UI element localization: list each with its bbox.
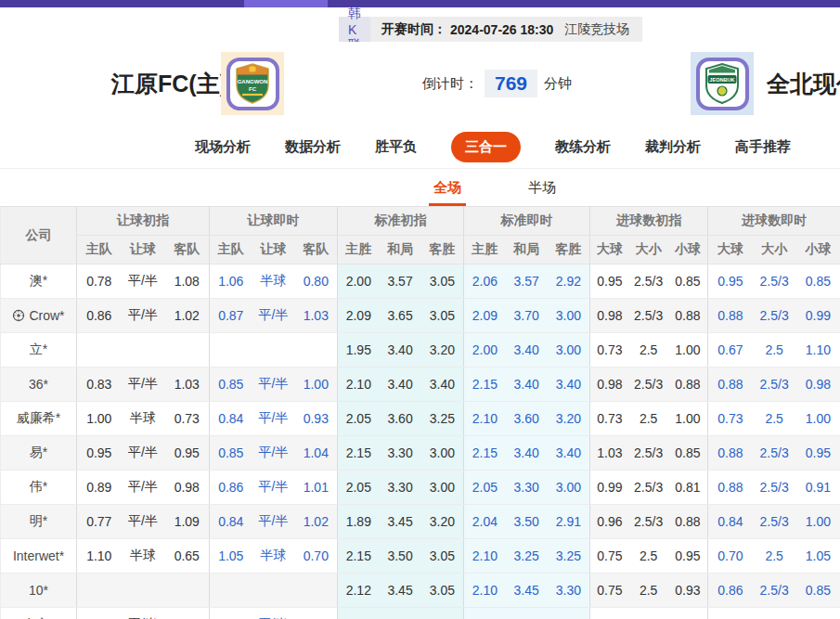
nav-tab-0[interactable]: 现场分析 (195, 138, 251, 156)
nav-tab-1[interactable]: 数据分析 (285, 138, 341, 156)
odds-cell: 1.02 (165, 299, 210, 333)
odds-cell (122, 333, 165, 368)
nav-tab-4[interactable]: 教练分析 (555, 138, 611, 156)
odds-cell: 0.85 (210, 368, 252, 402)
company-cell[interactable]: Crow* (1, 299, 77, 333)
odds-cell: 3.70 (506, 608, 548, 619)
odds-cell: 2.15 (464, 368, 506, 402)
odds-cell: 0.77 (77, 505, 122, 539)
odds-cell: 2.10 (338, 368, 380, 402)
odds-cell: 2.5 (753, 402, 796, 436)
odds-cell: 2.10 (464, 574, 506, 608)
odds-cell: 2.09 (464, 299, 506, 333)
odds-cell: 1.00 (668, 402, 708, 436)
odds-cell (252, 333, 295, 368)
odds-cell: 2.04 (464, 505, 506, 539)
odds-cell: 3.65 (380, 299, 421, 333)
odds-cell: 平/半 (122, 505, 165, 539)
odds-cell: 2.5/3 (753, 368, 796, 402)
col-subheader: 客胜 (548, 236, 590, 264)
odds-cell: 0.99 (590, 471, 629, 505)
company-cell[interactable]: 明* (1, 505, 77, 539)
company-cell[interactable]: 10* (1, 574, 77, 608)
odds-cell: 2.10 (464, 402, 506, 436)
odds-cell: 1.04 (295, 436, 338, 471)
away-team-name: 全北现代 (767, 69, 840, 99)
col-group-header-1: 让球即时 (210, 207, 338, 236)
odds-cell: 0.88 (708, 368, 753, 402)
odds-cell (165, 574, 210, 608)
odds-cell: 0.95 (668, 539, 708, 574)
odds-cell: 0.95 (165, 436, 210, 471)
odds-cell: 1.10 (77, 539, 122, 574)
odds-cell: 3.00 (421, 436, 464, 471)
table-row: Interwet*1.10半球0.651.05半球0.702.153.503.0… (1, 539, 840, 574)
odds-cell: 3.57 (380, 264, 421, 299)
odds-cell: 1.89 (338, 505, 380, 539)
odds-cell: 平/半 (252, 368, 295, 402)
odds-cell: 0.84 (708, 505, 753, 539)
odds-cell: 0.89 (668, 608, 708, 619)
odds-cell: 0.96 (590, 505, 629, 539)
odds-cell (122, 574, 165, 608)
odds-cell: 平/半 (252, 436, 295, 471)
company-cell[interactable]: 金宝* (1, 608, 77, 619)
company-cell[interactable]: 易* (1, 436, 77, 471)
odds-cell: 1.95 (338, 333, 380, 368)
nav-tab-6[interactable]: 高手推荐 (735, 138, 791, 156)
odds-cell: 2.09 (338, 299, 380, 333)
odds-cell: 3.20 (548, 402, 590, 436)
company-cell[interactable]: 威廉希* (1, 402, 77, 436)
col-subheader: 小球 (668, 236, 708, 264)
top-progress-indicator[interactable] (244, 0, 328, 7)
odds-cell: 3.00 (421, 471, 464, 505)
company-cell[interactable]: 伟* (1, 471, 77, 505)
odds-cell (210, 574, 252, 608)
odds-cell: 2.5/3 (753, 299, 796, 333)
odds-cell: 0.93 (668, 574, 708, 608)
table-row: 伟*0.89平/半0.980.86平/半1.012.053.303.002.05… (1, 471, 840, 505)
company-cell[interactable]: 澳* (1, 264, 77, 299)
odds-cell: 2.5/3 (629, 299, 668, 333)
league-badge[interactable]: 韩K联 (339, 17, 370, 42)
odds-cell: 3.05 (421, 574, 464, 608)
company-cell[interactable]: 立* (1, 333, 77, 368)
odds-cell: 3.70 (506, 299, 548, 333)
odds-cell: 2.05 (338, 402, 380, 436)
table-row: 澳*0.78平/半1.081.06半球0.802.003.573.052.063… (1, 264, 840, 299)
odds-cell: 半球 (122, 402, 165, 436)
jeonbuk-crest-icon: JEONBUK (703, 63, 742, 104)
odds-cell: 3.20 (421, 505, 464, 539)
odds-table-header: 公司让球初指让球即时标准初指标准即时进球数初指进球数即时主队让球客队主队让球客队… (1, 207, 840, 264)
odds-cell: 1.05 (796, 539, 840, 574)
col-subheader: 让球 (252, 236, 295, 264)
nav-tab-3[interactable]: 三合一 (451, 132, 521, 162)
odds-cell: 0.75 (590, 574, 629, 608)
company-cell[interactable]: 36* (1, 368, 77, 402)
odds-cell: 3.40 (421, 368, 464, 402)
odds-cell: 0.86 (210, 471, 252, 505)
company-cell[interactable]: Interwet* (1, 539, 77, 574)
odds-cell: 3.60 (506, 402, 548, 436)
tab-half-match[interactable]: 半场 (523, 179, 561, 206)
home-team-logo: GANGWON FC (221, 52, 284, 115)
odds-cell: 2.5/3 (753, 471, 796, 505)
kickoff-label: 开赛时间： (381, 21, 446, 38)
col-header-company: 公司 (1, 207, 77, 264)
tab-full-match[interactable]: 全场 (429, 179, 466, 206)
col-subheader: 小球 (796, 236, 840, 264)
col-subheader: 客队 (165, 236, 210, 264)
odds-cell: 0.98 (590, 368, 629, 402)
countdown-unit: 分钟 (544, 75, 572, 93)
odds-cell: 1.03 (295, 299, 338, 333)
odds-cell: 2.00 (464, 333, 506, 368)
nav-tab-2[interactable]: 胜平负 (375, 138, 417, 156)
nav-tab-5[interactable]: 裁判分析 (645, 138, 701, 156)
odds-cell: 1.02 (295, 505, 338, 539)
odds-cell: 0.88 (708, 436, 753, 471)
table-row: Crow*0.86平/半1.020.87平/半1.032.093.653.052… (1, 299, 840, 333)
odds-cell: 2.15 (464, 436, 506, 471)
odds-cell: 3.25 (548, 539, 590, 574)
col-group-header-0: 让球初指 (77, 207, 210, 236)
svg-text:GANGWON: GANGWON (238, 79, 268, 84)
